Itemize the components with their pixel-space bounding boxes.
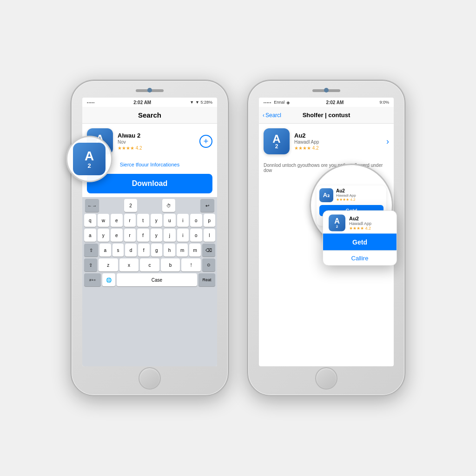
status-signal-right: ••••• Ennal ◈ (264, 100, 290, 105)
kb-r[interactable]: r (124, 214, 136, 227)
app-subtitle-right: Hawadl App (294, 139, 382, 145)
kb-b[interactable]: b (161, 258, 180, 271)
kb-2-key[interactable]: 2 (124, 199, 137, 212)
kb-row-4: ⇧ z x c b ! ⊙ (84, 258, 215, 271)
home-button-right[interactable] (315, 367, 337, 390)
kb-y[interactable]: y (151, 214, 163, 227)
popup-stars: ★★★★ 4.2 (349, 226, 371, 231)
kb-arrow-key[interactable]: ←→ (85, 199, 99, 212)
kb-o2[interactable]: o (190, 229, 202, 242)
back-arrow-icon: ‹ (263, 112, 264, 119)
kb-numpad[interactable]: #+= (84, 273, 101, 286)
status-time-right: 2:02 AM (326, 100, 344, 105)
kb-emoji[interactable]: 🌐 (102, 273, 115, 286)
app-icon-right: A 2 (264, 128, 290, 154)
kb-backspace[interactable]: ⌫ (202, 244, 215, 257)
magnifier-left: A 2 (66, 136, 112, 182)
kb-h[interactable]: h (164, 244, 175, 257)
kb-i2[interactable]: i (177, 229, 189, 242)
popup-get-btn[interactable]: Getd (323, 234, 394, 251)
plus-label-left: + (204, 137, 209, 146)
kb-return-key[interactable]: ↩ (200, 199, 214, 212)
kb-p[interactable]: p (204, 214, 216, 227)
kb-space[interactable]: Case (117, 273, 197, 286)
kb-shift2[interactable]: ⇧ (84, 258, 97, 271)
signal-dots-right: ••••• (264, 101, 271, 104)
kb-a2[interactable]: a (99, 244, 111, 257)
battery-left: ▼ 5:28% (195, 100, 212, 105)
kb-w[interactable]: w (98, 214, 110, 227)
kb-r2[interactable]: r (124, 229, 136, 242)
nav-bar-right: ‹ Searcl Sholfer | contust (259, 107, 394, 124)
kb-s[interactable]: s (112, 244, 124, 257)
kb-y2[interactable]: y (98, 229, 110, 242)
home-button-left[interactable] (139, 367, 161, 390)
kb-o[interactable]: o (190, 214, 202, 227)
kb-excl[interactable]: ! (181, 258, 201, 271)
kb-bottom-row: #+= 🌐 Case Reat (84, 273, 215, 286)
status-signal-left: ••••• (87, 101, 95, 104)
kb-e[interactable]: e (111, 214, 123, 227)
kb-return[interactable]: Reat (198, 273, 215, 286)
kb-z[interactable]: z (99, 258, 118, 271)
kb-x[interactable]: x (119, 258, 139, 271)
nav-bar-left: Search (82, 107, 217, 124)
app-name-left: Alwau 2 (118, 132, 195, 139)
popup-app-subtitle: Hawadl App (349, 221, 371, 226)
kb-row-2: a y e r f y j i o l (84, 229, 215, 242)
kb-d[interactable]: d (125, 244, 137, 257)
status-bar-left: ••••• 2:02 AM ▼ ▼ 5:28% (82, 98, 217, 107)
nav-title-right: Sholfer | contust (303, 112, 350, 119)
download-btn-left[interactable]: Download (87, 174, 212, 193)
kb-a[interactable]: a (84, 229, 96, 242)
kb-t[interactable]: t (137, 214, 149, 227)
kb-l[interactable]: l (204, 229, 216, 242)
kb-done[interactable]: ⊙ (202, 258, 215, 271)
kb-top-row-left: ←→ 2 ⏱ ↩ (84, 199, 215, 212)
kb-m[interactable]: m (177, 244, 188, 257)
signal-dots-left: ••••• (87, 101, 95, 104)
app-subtitle-left: Nov (118, 139, 195, 145)
popup-info: Au2 Hawadl App ★★★★ 4.2 (349, 216, 371, 231)
status-right-right: 9:0% (379, 100, 389, 105)
app-plus-btn-left[interactable]: + (199, 135, 212, 148)
kb-j[interactable]: j (164, 229, 176, 242)
status-time-left: 2:02 AM (133, 100, 151, 105)
screen-right: ••••• Ennal ◈ 2:02 AM 9:0% ‹ Searcl Shol… (259, 98, 394, 366)
kb-return-label: Reat (202, 278, 211, 282)
nav-back-right[interactable]: ‹ Searcl (263, 112, 281, 119)
kb-i[interactable]: i (177, 214, 189, 227)
kb-m2[interactable]: m (189, 244, 201, 257)
carrier-name: Ennal (274, 100, 284, 105)
kb-c[interactable]: c (140, 258, 159, 271)
kb-u[interactable]: u (164, 214, 176, 227)
wifi-icon-right: ◈ (286, 100, 290, 105)
wifi-icon-left: ▼ (190, 100, 194, 105)
chevron-right-icon: › (386, 137, 389, 146)
back-label: Searcl (265, 112, 281, 119)
kb-f2[interactable]: f (138, 244, 150, 257)
popup-app-name: Au2 (349, 216, 371, 221)
action-sheet-popup: A 2 Au2 Hawadl App ★★★★ 4.2 Getd Callire (323, 211, 394, 266)
popup-call-btn[interactable]: Callire (323, 251, 394, 265)
kb-q[interactable]: q (84, 214, 96, 227)
kb-e2[interactable]: e (111, 229, 123, 242)
keyboard-left: ←→ 2 ⏱ ↩ q w e r t y u i o p (82, 197, 217, 366)
app-row-right[interactable]: A 2 Au2 Hawadl App ★★★★ 4.2 › (259, 124, 394, 159)
status-bar-right: ••••• Ennal ◈ 2:02 AM 9:0% (259, 98, 394, 107)
kb-timer-key[interactable]: ⏱ (162, 199, 175, 212)
kb-f[interactable]: f (137, 229, 149, 242)
app-info-left: Alwau 2 Nov ★★★★ 4.2 (118, 132, 195, 151)
app-stars-left: ★★★★ 4.2 (118, 145, 195, 151)
kb-row-1: q w e r t y u i o p (84, 214, 215, 227)
app-stars-right: ★★★★ 4.2 (294, 145, 382, 151)
kb-y3[interactable]: y (151, 229, 163, 242)
kb-space-label: Case (152, 278, 162, 283)
screen-left: ••••• 2:02 AM ▼ ▼ 5:28% Search A 2 (82, 98, 217, 366)
camera-left (147, 88, 152, 93)
kb-row-3: ⇧ a s d f g h m m ⌫ (84, 244, 215, 257)
battery-right: 9:0% (379, 100, 389, 105)
kb-shift[interactable]: ⇧ (84, 244, 98, 257)
magnified-icon: A 2 (73, 143, 106, 175)
kb-g[interactable]: g (151, 244, 163, 257)
